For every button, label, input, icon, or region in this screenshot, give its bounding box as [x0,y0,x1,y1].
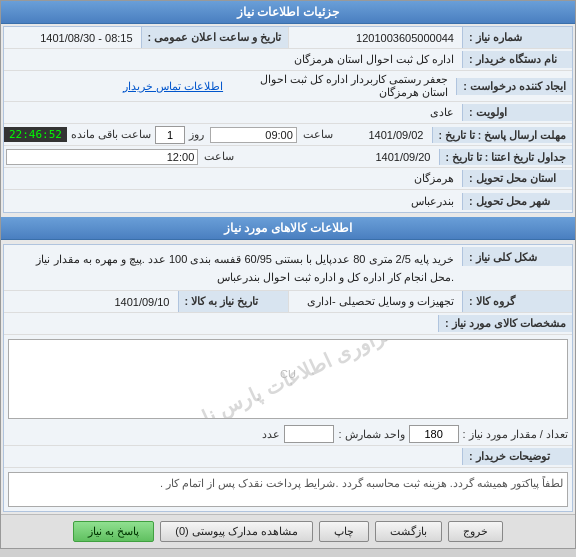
col-tarikh-niyaz: تاریخ نیاز به کالا : 1401/09/10 [4,291,289,312]
col-tarikh: تاریخ و ساعت اعلان عمومی : 1401/08/30 - … [4,27,288,48]
ostan-label: استان محل تحویل : [462,170,572,187]
tedad-label: تعداد / مقدار مورد نیاز : [463,428,568,441]
ostan-value: هرمزگان [4,170,462,187]
timer-display: 22:46:52 [4,127,67,142]
btn-row: پاسخ به نیاز مشاهده مدارک پیوستی (0) چاپ… [1,514,575,548]
shomara-label: شماره نیاز : [462,27,572,48]
main-container: جزئیات اطلاعات نیاز شماره نیاز : 1201003… [0,0,576,549]
alaviat-label: اولویت : [462,104,572,121]
vahed-input[interactable] [284,425,334,443]
main-section-header: جزئیات اطلاعات نیاز [1,1,575,24]
shomara-value: 1201003605000044 [289,30,463,46]
khoroj-button[interactable]: خروج [448,521,503,542]
tarikh-label: تاریخ و ساعت اعلان عمومی : [141,27,288,48]
alaviat-value: عادی [4,104,462,121]
chap-button[interactable]: چاپ [319,521,369,542]
yasekh-button[interactable]: پاسخ به نیاز [73,521,154,542]
roz-input[interactable] [155,126,185,144]
ijad-value: جعفر رستمی کاربردار اداره کل ثبت احوال ا… [231,71,456,101]
row-shomara-tarikh: شماره نیاز : 1201003605000044 تاریخ و سا… [4,27,572,49]
notes-value: لطفاً پیاکتور همیشه گردد. هزینه ثبت محاس… [8,472,568,507]
vahed-label: واحد شمارش : [338,428,404,441]
jadval-label: جداول تاریخ اعتنا : تا تاریخ : [439,149,573,165]
row-mhlat-ersal: مهلت ارسال پاسخ : تا تاریخ : 1401/09/02 … [4,124,572,146]
row-moshakhasat-label: مشخصات کالای مورد نیاز : [4,313,572,335]
jadval-saet-value: 12:00 [6,149,198,165]
saet-label2: ساعت [200,150,238,163]
saet-label1: ساعت [299,128,337,141]
saet-baqi-label: ساعت باقی مانده [67,128,155,141]
row-tedad: تعداد / مقدار مورد نیاز : واحد شمارش : ع… [4,423,572,446]
bazgasht-button[interactable]: بازگشت [375,521,442,542]
row-alaviat: اولویت : عادی [4,102,572,124]
row-ostan: استان محل تحویل : هرمزگان [4,168,572,190]
row-nam-dastgah: نام دستگاه خریدار : اداره کل ثبت احوال ا… [4,49,572,71]
mhlat-label: مهلت ارسال پاسخ : تا تاریخ : [432,127,573,143]
gorohe-value: تجهیزات و وسایل تحصیلی -اداری [289,293,463,310]
goods-section: شکل کلی نیاز : خرید پایه 2/5 متری 80 عدد… [3,244,573,512]
nam-dastgah-value: اداره کل ثبت احوال استان هرمزگان [4,51,462,68]
roz-label: روز [185,128,208,141]
shakl-koli-value: خرید پایه 2/5 متری 80 عددپایل با بستنی 6… [4,247,462,288]
watermark-area: مرکز فراوری اطلاعات پارس ناد داده ی CU [8,339,568,419]
row-shakl-koli: شکل کلی نیاز : خرید پایه 2/5 متری 80 عدد… [4,245,572,291]
moshadeh-button[interactable]: مشاهده مدارک پیوستی (0) [160,521,313,542]
info-section: شماره نیاز : 1201003605000044 تاریخ و سا… [3,26,573,213]
moshakhasat-label: مشخصات کالای مورد نیاز : [438,315,572,332]
gorohe-label: گروه کالا : [462,291,572,312]
nam-dastgah-label: نام دستگاه خریدار : [462,51,572,68]
tarikh-niyaz-value: 1401/09/10 [4,294,178,310]
goods-section-header: اطلاعات کالاهای مورد نیاز [1,217,575,240]
shahr-value: بندرعباس [4,193,462,210]
shahr-label: شهر محل تحویل : [462,193,572,210]
tarikh-niyaz-label: تاریخ نیاز به کالا : [178,291,288,312]
saet-value1: 09:00 [210,127,297,143]
col-shomara: شماره نیاز : 1201003605000044 [288,27,573,48]
watermark-placeholder: CU [9,340,567,384]
shakl-koli-label: شکل کلی نیاز : [462,247,572,266]
row-ijad: ایجاد کننده درخواست : جعفر رستمی کاربردا… [4,71,572,102]
mhlat-date: 1401/09/02 [337,127,432,143]
row-jadval: جداول تاریخ اعتنا : تا تاریخ : 1401/09/2… [4,146,572,168]
ijad-label: ایجاد کننده درخواست : [456,78,572,95]
etelaat-link[interactable]: اطلاعات تماس خریدار [4,78,231,95]
row-shahr: شهر محل تحویل : بندرعباس [4,190,572,212]
aded-label: عدد [262,428,280,441]
notes-label: توضیحات خریدار : [462,448,572,465]
row-notes-label: توضیحات خریدار : [4,446,572,468]
col-gorohe: گروه کالا : تجهیزات و وسایل تحصیلی -ادار… [289,291,573,312]
tarikh-value: 1401/08/30 - 08:15 [4,30,141,46]
jadval-date: 1401/09/20 [238,149,438,165]
row-gorohe-tarikh: گروه کالا : تجهیزات و وسایل تحصیلی -ادار… [4,291,572,313]
tedad-input[interactable] [409,425,459,443]
